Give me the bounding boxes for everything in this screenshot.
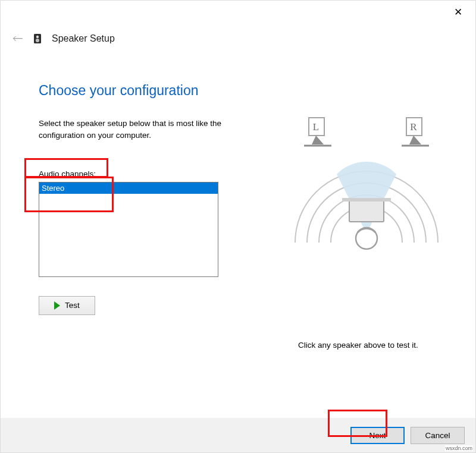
audio-channels-listbox[interactable]: Stereo [39, 182, 218, 277]
left-speaker-label: L [313, 121, 319, 133]
watermark-text: wsxdn.com [445, 445, 473, 451]
wizard-footer: Next Cancel [1, 418, 475, 452]
svg-point-2 [36, 39, 39, 42]
play-icon [54, 301, 60, 310]
next-button[interactable]: Next [350, 427, 405, 444]
svg-point-1 [36, 36, 39, 38]
right-speaker-icon: R [402, 118, 429, 146]
desc-text-2: configuration on your computer. [39, 131, 151, 140]
cancel-button[interactable]: Cancel [411, 427, 465, 444]
page-heading: Choose your configuration [39, 83, 475, 99]
desc-text-1: Select the speaker setup below that is m… [39, 119, 221, 128]
speaker-diagram[interactable]: L R [280, 109, 453, 265]
list-item[interactable]: Stereo [39, 183, 218, 194]
svg-marker-7 [312, 136, 324, 144]
left-speaker-icon: L [304, 118, 331, 146]
test-button-label: Test [65, 301, 80, 310]
speaker-icon [32, 33, 43, 45]
window-title: Speaker Setup [52, 33, 115, 44]
svg-rect-5 [342, 198, 391, 202]
close-button[interactable]: ✕ [444, 3, 472, 21]
title-bar: ✕ [1, 1, 475, 24]
svg-rect-4 [349, 200, 384, 222]
svg-marker-10 [409, 136, 421, 144]
diagram-caption: Click any speaker above to test it. [298, 341, 418, 350]
wizard-header: 🡐 Speaker Setup [1, 24, 475, 53]
test-button[interactable]: Test [39, 296, 95, 315]
back-arrow-icon[interactable]: 🡐 [12, 33, 23, 45]
page-description: Select the speaker setup below that is m… [39, 118, 229, 142]
right-speaker-label: R [410, 121, 417, 133]
